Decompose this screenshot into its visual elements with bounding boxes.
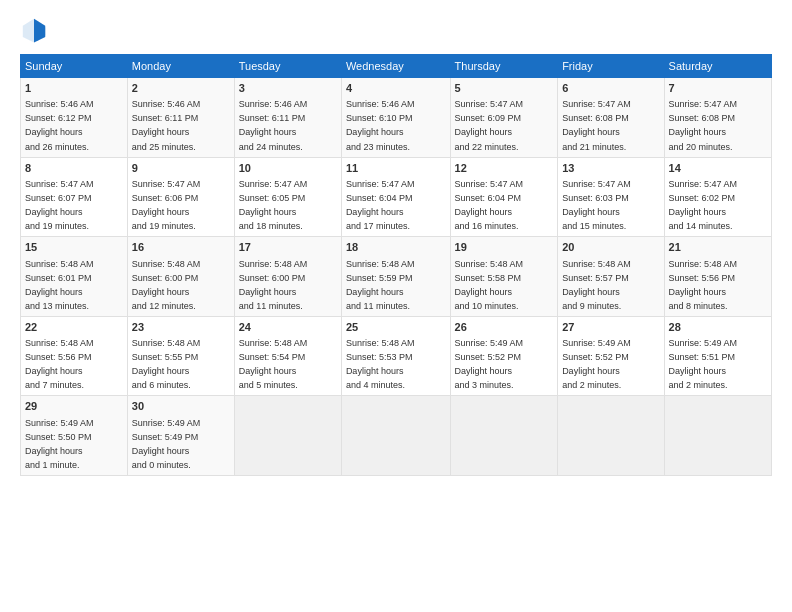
calendar-cell: 27Sunrise: 5:49 AMSunset: 5:52 PMDayligh… — [558, 316, 664, 396]
day-number: 16 — [132, 240, 230, 255]
header — [20, 16, 772, 44]
calendar-cell — [558, 396, 664, 476]
calendar-cell: 14Sunrise: 5:47 AMSunset: 6:02 PMDayligh… — [664, 157, 771, 237]
logo — [20, 16, 52, 44]
day-number: 29 — [25, 399, 123, 414]
day-number: 27 — [562, 320, 659, 335]
page: SundayMondayTuesdayWednesdayThursdayFrid… — [0, 0, 792, 612]
day-number: 30 — [132, 399, 230, 414]
day-info: Sunrise: 5:47 AMSunset: 6:08 PMDaylight … — [562, 99, 631, 151]
calendar-cell: 28Sunrise: 5:49 AMSunset: 5:51 PMDayligh… — [664, 316, 771, 396]
calendar-cell: 13Sunrise: 5:47 AMSunset: 6:03 PMDayligh… — [558, 157, 664, 237]
day-info: Sunrise: 5:47 AMSunset: 6:09 PMDaylight … — [455, 99, 524, 151]
day-number: 21 — [669, 240, 767, 255]
weekday-header-friday: Friday — [558, 55, 664, 78]
calendar-cell: 8Sunrise: 5:47 AMSunset: 6:07 PMDaylight… — [21, 157, 128, 237]
weekday-header-row: SundayMondayTuesdayWednesdayThursdayFrid… — [21, 55, 772, 78]
calendar-week-row: 29Sunrise: 5:49 AMSunset: 5:50 PMDayligh… — [21, 396, 772, 476]
day-number: 3 — [239, 81, 337, 96]
calendar-cell: 17Sunrise: 5:48 AMSunset: 6:00 PMDayligh… — [234, 237, 341, 317]
day-info: Sunrise: 5:46 AMSunset: 6:11 PMDaylight … — [132, 99, 201, 151]
day-info: Sunrise: 5:48 AMSunset: 5:57 PMDaylight … — [562, 259, 631, 311]
calendar-cell: 7Sunrise: 5:47 AMSunset: 6:08 PMDaylight… — [664, 78, 771, 158]
day-info: Sunrise: 5:49 AMSunset: 5:52 PMDaylight … — [455, 338, 524, 390]
calendar-cell — [450, 396, 558, 476]
day-number: 1 — [25, 81, 123, 96]
day-number: 18 — [346, 240, 446, 255]
day-number: 26 — [455, 320, 554, 335]
calendar-cell: 26Sunrise: 5:49 AMSunset: 5:52 PMDayligh… — [450, 316, 558, 396]
day-info: Sunrise: 5:49 AMSunset: 5:49 PMDaylight … — [132, 418, 201, 470]
calendar-cell: 1Sunrise: 5:46 AMSunset: 6:12 PMDaylight… — [21, 78, 128, 158]
day-info: Sunrise: 5:47 AMSunset: 6:06 PMDaylight … — [132, 179, 201, 231]
calendar-cell: 3Sunrise: 5:46 AMSunset: 6:11 PMDaylight… — [234, 78, 341, 158]
day-number: 2 — [132, 81, 230, 96]
calendar-cell: 20Sunrise: 5:48 AMSunset: 5:57 PMDayligh… — [558, 237, 664, 317]
svg-marker-2 — [34, 19, 45, 43]
calendar-cell: 18Sunrise: 5:48 AMSunset: 5:59 PMDayligh… — [341, 237, 450, 317]
calendar-cell — [234, 396, 341, 476]
day-info: Sunrise: 5:48 AMSunset: 6:00 PMDaylight … — [239, 259, 308, 311]
calendar-cell: 9Sunrise: 5:47 AMSunset: 6:06 PMDaylight… — [127, 157, 234, 237]
day-info: Sunrise: 5:46 AMSunset: 6:11 PMDaylight … — [239, 99, 308, 151]
calendar-cell: 2Sunrise: 5:46 AMSunset: 6:11 PMDaylight… — [127, 78, 234, 158]
day-info: Sunrise: 5:48 AMSunset: 5:58 PMDaylight … — [455, 259, 524, 311]
calendar-cell: 19Sunrise: 5:48 AMSunset: 5:58 PMDayligh… — [450, 237, 558, 317]
weekday-header-sunday: Sunday — [21, 55, 128, 78]
calendar-cell: 21Sunrise: 5:48 AMSunset: 5:56 PMDayligh… — [664, 237, 771, 317]
weekday-header-monday: Monday — [127, 55, 234, 78]
day-info: Sunrise: 5:48 AMSunset: 5:55 PMDaylight … — [132, 338, 201, 390]
calendar-cell: 6Sunrise: 5:47 AMSunset: 6:08 PMDaylight… — [558, 78, 664, 158]
day-number: 19 — [455, 240, 554, 255]
day-number: 23 — [132, 320, 230, 335]
calendar-cell: 4Sunrise: 5:46 AMSunset: 6:10 PMDaylight… — [341, 78, 450, 158]
day-number: 13 — [562, 161, 659, 176]
day-info: Sunrise: 5:49 AMSunset: 5:52 PMDaylight … — [562, 338, 631, 390]
day-info: Sunrise: 5:48 AMSunset: 6:01 PMDaylight … — [25, 259, 94, 311]
day-number: 25 — [346, 320, 446, 335]
day-number: 20 — [562, 240, 659, 255]
day-info: Sunrise: 5:46 AMSunset: 6:10 PMDaylight … — [346, 99, 415, 151]
weekday-header-tuesday: Tuesday — [234, 55, 341, 78]
day-info: Sunrise: 5:49 AMSunset: 5:50 PMDaylight … — [25, 418, 94, 470]
calendar-week-row: 1Sunrise: 5:46 AMSunset: 6:12 PMDaylight… — [21, 78, 772, 158]
calendar-week-row: 8Sunrise: 5:47 AMSunset: 6:07 PMDaylight… — [21, 157, 772, 237]
day-info: Sunrise: 5:47 AMSunset: 6:07 PMDaylight … — [25, 179, 94, 231]
calendar-week-row: 22Sunrise: 5:48 AMSunset: 5:56 PMDayligh… — [21, 316, 772, 396]
calendar-cell: 24Sunrise: 5:48 AMSunset: 5:54 PMDayligh… — [234, 316, 341, 396]
day-number: 14 — [669, 161, 767, 176]
weekday-header-thursday: Thursday — [450, 55, 558, 78]
day-info: Sunrise: 5:47 AMSunset: 6:04 PMDaylight … — [455, 179, 524, 231]
logo-icon — [20, 16, 48, 44]
calendar-cell — [664, 396, 771, 476]
calendar-week-row: 15Sunrise: 5:48 AMSunset: 6:01 PMDayligh… — [21, 237, 772, 317]
day-info: Sunrise: 5:48 AMSunset: 5:53 PMDaylight … — [346, 338, 415, 390]
day-info: Sunrise: 5:48 AMSunset: 5:54 PMDaylight … — [239, 338, 308, 390]
day-info: Sunrise: 5:48 AMSunset: 5:59 PMDaylight … — [346, 259, 415, 311]
day-number: 9 — [132, 161, 230, 176]
day-info: Sunrise: 5:47 AMSunset: 6:04 PMDaylight … — [346, 179, 415, 231]
day-number: 12 — [455, 161, 554, 176]
calendar-cell: 23Sunrise: 5:48 AMSunset: 5:55 PMDayligh… — [127, 316, 234, 396]
calendar-cell: 10Sunrise: 5:47 AMSunset: 6:05 PMDayligh… — [234, 157, 341, 237]
day-info: Sunrise: 5:47 AMSunset: 6:08 PMDaylight … — [669, 99, 738, 151]
weekday-header-wednesday: Wednesday — [341, 55, 450, 78]
calendar-cell: 11Sunrise: 5:47 AMSunset: 6:04 PMDayligh… — [341, 157, 450, 237]
day-info: Sunrise: 5:46 AMSunset: 6:12 PMDaylight … — [25, 99, 94, 151]
calendar-cell: 30Sunrise: 5:49 AMSunset: 5:49 PMDayligh… — [127, 396, 234, 476]
calendar-cell — [341, 396, 450, 476]
calendar-cell: 16Sunrise: 5:48 AMSunset: 6:00 PMDayligh… — [127, 237, 234, 317]
day-info: Sunrise: 5:47 AMSunset: 6:03 PMDaylight … — [562, 179, 631, 231]
day-number: 28 — [669, 320, 767, 335]
day-info: Sunrise: 5:48 AMSunset: 5:56 PMDaylight … — [669, 259, 738, 311]
day-number: 22 — [25, 320, 123, 335]
day-info: Sunrise: 5:48 AMSunset: 5:56 PMDaylight … — [25, 338, 94, 390]
day-number: 17 — [239, 240, 337, 255]
day-info: Sunrise: 5:49 AMSunset: 5:51 PMDaylight … — [669, 338, 738, 390]
day-number: 7 — [669, 81, 767, 96]
weekday-header-saturday: Saturday — [664, 55, 771, 78]
calendar-cell: 22Sunrise: 5:48 AMSunset: 5:56 PMDayligh… — [21, 316, 128, 396]
calendar-table: SundayMondayTuesdayWednesdayThursdayFrid… — [20, 54, 772, 476]
day-info: Sunrise: 5:47 AMSunset: 6:02 PMDaylight … — [669, 179, 738, 231]
day-info: Sunrise: 5:47 AMSunset: 6:05 PMDaylight … — [239, 179, 308, 231]
